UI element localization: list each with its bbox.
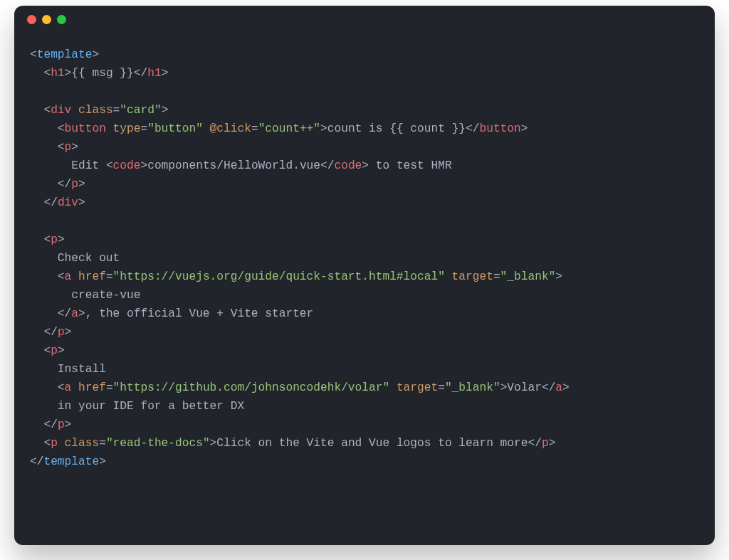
tag-div: div: [51, 104, 71, 117]
window-close-dot[interactable]: [27, 15, 36, 24]
titlebar: [14, 6, 715, 33]
tag-template-open: template: [37, 48, 93, 61]
expr-msg: {{ msg }}: [71, 67, 133, 80]
button-text: count is {{ count }}: [327, 122, 466, 135]
code-block: <template> <h1>{{ msg }}</h1> <div class…: [14, 33, 715, 487]
window-zoom-dot[interactable]: [57, 15, 66, 24]
tag-h1: h1: [51, 67, 64, 80]
window-minimize-dot[interactable]: [42, 15, 51, 24]
tag-button: button: [65, 122, 106, 135]
tag-template-close: template: [43, 455, 99, 468]
editor-window: <template> <h1>{{ msg }}</h1> <div class…: [14, 6, 715, 545]
